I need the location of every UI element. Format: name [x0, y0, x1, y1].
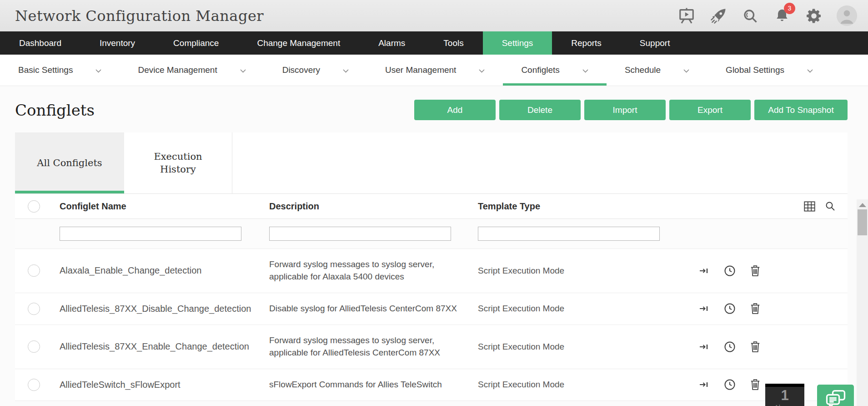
template-type: Script Execution Mode [478, 304, 682, 314]
tab-label: Execution History [140, 150, 217, 176]
schedule-icon[interactable] [723, 302, 736, 315]
table-search-icon[interactable] [825, 201, 836, 212]
column-template-type[interactable]: Template Type [478, 201, 682, 212]
nav-item-compliance[interactable]: Compliance [154, 31, 238, 55]
execute-icon[interactable] [699, 379, 710, 390]
subnav-item-discovery[interactable]: Discovery [264, 55, 367, 86]
gear-icon[interactable] [805, 7, 823, 25]
chevron-down-icon [95, 69, 101, 73]
main-nav: Dashboard Inventory Compliance Change Ma… [0, 31, 868, 55]
row-select-radio[interactable] [28, 303, 40, 315]
configlet-description: Forward syslog messages to syslog server… [269, 325, 460, 369]
table-tools [803, 194, 836, 218]
presentation-icon[interactable] [677, 7, 696, 25]
delete-icon[interactable] [750, 379, 761, 391]
subnav-label: Global Settings [726, 65, 784, 75]
tab-all-configlets[interactable]: All Configlets [15, 132, 124, 193]
configlet-tabs: All Configlets Execution History [15, 132, 848, 194]
subnav-item-user-management[interactable]: User Management [367, 55, 503, 86]
template-type: Script Execution Mode [478, 380, 682, 390]
subnav-item-device-management[interactable]: Device Management [120, 55, 264, 86]
column-description[interactable]: Description [269, 201, 478, 212]
import-button[interactable]: Import [584, 100, 666, 120]
chevron-down-icon [343, 69, 349, 73]
schedule-icon[interactable] [723, 378, 736, 391]
page-title: Configlets [15, 101, 95, 119]
notification-badge: 3 [784, 3, 795, 14]
row-actions [682, 264, 848, 277]
filter-template-type-input[interactable] [478, 227, 660, 241]
row-select-radio[interactable] [28, 379, 40, 391]
subnav-item-basic-settings[interactable]: Basic Settings [0, 55, 120, 86]
nav-item-tools[interactable]: Tools [424, 31, 482, 55]
row-select-radio[interactable] [28, 264, 40, 277]
configlet-description: sFlowExport Commands for Allies TeleSwit… [269, 369, 460, 401]
alarm-count: 1 [765, 388, 804, 403]
nav-item-support[interactable]: Support [621, 31, 689, 55]
delete-icon[interactable] [750, 341, 761, 353]
configlet-name[interactable]: AlliedTeleSwitch_sFlowExport [60, 380, 269, 390]
execute-icon[interactable] [699, 303, 710, 314]
chat-icon [824, 387, 848, 406]
scroll-up-arrow-icon[interactable] [859, 203, 866, 207]
nav-item-change-management[interactable]: Change Management [238, 31, 359, 55]
column-configlet-name[interactable]: Configlet Name [60, 201, 269, 212]
export-button[interactable]: Export [669, 100, 751, 120]
add-to-snapshot-button[interactable]: Add To Snapshot [754, 100, 848, 120]
row-select-radio[interactable] [28, 340, 40, 353]
nav-item-alarms[interactable]: Alarms [359, 31, 424, 55]
top-bar: Network Configuration Manager [0, 0, 868, 31]
avatar[interactable] [837, 5, 857, 26]
add-button[interactable]: Add [414, 100, 496, 120]
chevron-down-icon [582, 69, 588, 73]
subnav-label: Device Management [138, 65, 217, 75]
configlet-name[interactable]: Alaxala_Enable_Change_detection [60, 265, 269, 276]
filter-description-input[interactable] [269, 227, 451, 241]
configlet-name[interactable]: AlliedTelesis_87XX_Enable_Change_detecti… [60, 341, 269, 352]
search-icon[interactable] [741, 7, 759, 25]
subnav-label: User Management [385, 65, 456, 75]
subnav-item-global-settings[interactable]: Global Settings [707, 55, 831, 86]
nav-item-reports[interactable]: Reports [552, 31, 621, 55]
settings-subnav: Basic Settings Device Management Discove… [0, 55, 868, 86]
table-row: AlliedTeleSwitch_sFlowExport sFlowExport… [15, 369, 848, 401]
execute-icon[interactable] [699, 265, 710, 276]
scrollbar-thumb[interactable] [858, 209, 867, 235]
configlet-description: Forward syslog messages to syslog server… [269, 249, 460, 293]
template-type: Script Execution Mode [478, 266, 682, 276]
rocket-icon[interactable] [709, 7, 728, 25]
nav-item-inventory[interactable]: Inventory [80, 31, 154, 55]
filter-configlet-name-input[interactable] [60, 227, 241, 241]
tab-execution-history[interactable]: Execution History [124, 132, 232, 193]
nav-item-dashboard[interactable]: Dashboard [0, 31, 80, 55]
column-chooser-icon[interactable] [803, 201, 816, 212]
configlet-name[interactable]: AlliedTelesis_87XX_Disable_Change_detect… [60, 304, 269, 314]
delete-icon[interactable] [750, 303, 761, 315]
alarms-widget[interactable]: 1 Alarms [765, 384, 804, 406]
delete-button[interactable]: Delete [499, 100, 581, 120]
schedule-icon[interactable] [723, 340, 736, 353]
subnav-item-configlets[interactable]: Configlets [503, 55, 607, 86]
table-header-row: Configlet Name Description Template Type [15, 194, 848, 219]
nav-item-settings[interactable]: Settings [483, 31, 552, 55]
delete-icon[interactable] [750, 265, 761, 277]
table-row: AlliedTelesis_87XX_Enable_Change_detecti… [15, 325, 848, 369]
configlet-table: Configlet Name Description Template Type… [15, 194, 848, 401]
chevron-down-icon [479, 69, 485, 73]
chat-widget[interactable] [817, 385, 854, 406]
subnav-label: Discovery [282, 65, 320, 75]
chevron-down-icon [683, 69, 689, 73]
execute-icon[interactable] [699, 341, 710, 352]
chevron-down-icon [240, 69, 246, 73]
select-all-radio[interactable] [28, 200, 40, 213]
schedule-icon[interactable] [723, 264, 736, 277]
template-type: Script Execution Mode [478, 342, 682, 352]
subnav-label: Configlets [521, 65, 560, 75]
subnav-item-schedule[interactable]: Schedule [607, 55, 707, 86]
alarm-label: Alarms [765, 403, 804, 406]
row-actions [682, 302, 848, 315]
row-actions [682, 340, 848, 353]
vertical-scrollbar[interactable] [857, 199, 868, 406]
subnav-label: Schedule [625, 65, 661, 75]
bell-icon[interactable]: 3 [773, 7, 791, 25]
